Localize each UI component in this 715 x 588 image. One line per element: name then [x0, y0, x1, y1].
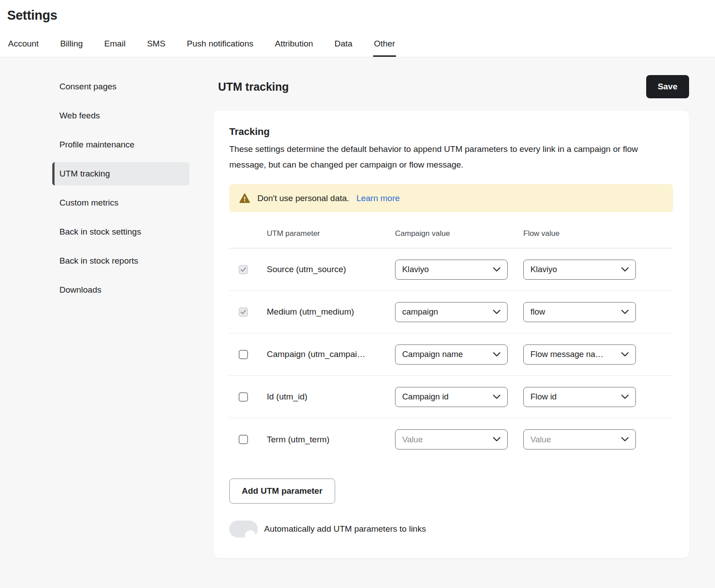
- chevron-down-icon: [493, 437, 500, 442]
- chevron-down-icon: [493, 395, 500, 399]
- row-checkbox: [239, 265, 248, 274]
- sidebar-item-custom-metrics[interactable]: Custom metrics: [52, 191, 189, 214]
- utm-row-term: Term (utm_term) Value Value: [229, 418, 673, 461]
- sidebar-item-web-feeds[interactable]: Web feeds: [52, 104, 189, 127]
- content-area: Consent pages Web feeds Profile maintena…: [0, 57, 715, 558]
- main-panel: UTM tracking Save Tracking These setting…: [214, 75, 689, 558]
- section-title: UTM tracking: [218, 80, 289, 93]
- chevron-down-icon: [621, 352, 629, 357]
- utm-row-medium: Medium (utm_medium) campaign flow: [229, 291, 673, 333]
- row-checkbox[interactable]: [239, 350, 248, 359]
- warning-icon: [239, 193, 250, 203]
- campaign-value-select[interactable]: Value: [395, 429, 508, 449]
- row-checkbox[interactable]: [239, 392, 248, 402]
- campaign-value-select[interactable]: Klaviyo: [395, 260, 508, 280]
- utm-parameter-label: Campaign (utm_campai…: [267, 349, 395, 359]
- warning-text: Don't use personal data.: [257, 193, 349, 203]
- settings-tab-bar: Account Billing Email SMS Push notificat…: [0, 34, 715, 57]
- tracking-heading: Tracking: [229, 126, 673, 138]
- column-header-campaign-value: Campaign value: [395, 229, 523, 238]
- column-header-utm-parameter: UTM parameter: [267, 229, 395, 238]
- campaign-value-select[interactable]: Campaign name: [395, 344, 508, 365]
- utm-row-source: Source (utm_source) Klaviyo Klaviyo: [229, 248, 673, 291]
- page-header: Settings Account Billing Email SMS Push …: [0, 0, 715, 57]
- sidebar-item-downloads[interactable]: Downloads: [52, 278, 189, 302]
- utm-parameters-table: UTM parameter Campaign value Flow value …: [229, 229, 673, 461]
- auto-utm-toggle-row: Automatically add UTM parameters to link…: [229, 521, 673, 538]
- campaign-value-select[interactable]: Campaign id: [395, 387, 508, 407]
- tab-attribution[interactable]: Attribution: [274, 34, 314, 57]
- chevron-down-icon: [493, 267, 500, 272]
- flow-value-select[interactable]: Value: [523, 429, 636, 449]
- row-checkbox[interactable]: [239, 435, 248, 444]
- tab-sms[interactable]: SMS: [146, 34, 166, 57]
- flow-value-select[interactable]: Flow id: [523, 387, 636, 407]
- warning-banner: Don't use personal data. Learn more: [229, 184, 673, 212]
- learn-more-link[interactable]: Learn more: [356, 193, 400, 203]
- chevron-down-icon: [621, 310, 629, 315]
- auto-utm-toggle[interactable]: [229, 521, 258, 538]
- flow-value-select[interactable]: Flow message na…: [523, 344, 636, 365]
- flow-value-select[interactable]: flow: [523, 302, 636, 322]
- sidebar-item-back-in-stock-reports[interactable]: Back in stock reports: [52, 249, 189, 273]
- tracking-card: Tracking These settings determine the de…: [214, 111, 689, 558]
- check-icon: [240, 267, 246, 272]
- tracking-description: These settings determine the default beh…: [229, 141, 672, 172]
- utm-row-campaign: Campaign (utm_campai… Campaign name Flow…: [229, 333, 673, 376]
- table-header-row: UTM parameter Campaign value Flow value: [229, 229, 673, 248]
- campaign-value-select[interactable]: campaign: [395, 302, 508, 322]
- sidebar-item-utm-tracking[interactable]: UTM tracking: [52, 162, 189, 185]
- tab-data[interactable]: Data: [334, 34, 353, 57]
- tab-account[interactable]: Account: [7, 34, 40, 57]
- chevron-down-icon: [621, 395, 629, 399]
- flow-value-select[interactable]: Klaviyo: [523, 260, 636, 280]
- chevron-down-icon: [621, 267, 629, 272]
- tab-push-notifications[interactable]: Push notifications: [186, 34, 254, 57]
- check-icon: [240, 310, 246, 315]
- sidebar-item-back-in-stock-settings[interactable]: Back in stock settings: [52, 220, 189, 244]
- settings-sidebar: Consent pages Web feeds Profile maintena…: [52, 75, 189, 307]
- row-checkbox: [239, 307, 248, 317]
- utm-parameter-label: Term (utm_term): [267, 435, 395, 445]
- auto-utm-toggle-label: Automatically add UTM parameters to link…: [264, 524, 426, 534]
- toggle-knob: [245, 530, 256, 541]
- tab-email[interactable]: Email: [103, 34, 126, 57]
- sidebar-item-consent-pages[interactable]: Consent pages: [52, 75, 189, 98]
- utm-parameter-label: Source (utm_source): [267, 265, 395, 274]
- chevron-down-icon: [621, 437, 629, 442]
- tab-billing[interactable]: Billing: [59, 34, 84, 57]
- chevron-down-icon: [493, 352, 500, 357]
- utm-parameter-label: Id (utm_id): [267, 392, 395, 402]
- sidebar-item-profile-maintenance[interactable]: Profile maintenance: [52, 133, 189, 156]
- add-utm-parameter-button[interactable]: Add UTM parameter: [229, 479, 335, 504]
- main-header: UTM tracking Save: [214, 75, 689, 98]
- save-button[interactable]: Save: [646, 75, 689, 98]
- page-title: Settings: [7, 8, 715, 23]
- chevron-down-icon: [493, 310, 500, 315]
- utm-parameter-label: Medium (utm_medium): [267, 307, 395, 317]
- column-header-flow-value: Flow value: [523, 229, 673, 238]
- utm-row-id: Id (utm_id) Campaign id Flow id: [229, 376, 673, 418]
- tab-other[interactable]: Other: [373, 34, 396, 57]
